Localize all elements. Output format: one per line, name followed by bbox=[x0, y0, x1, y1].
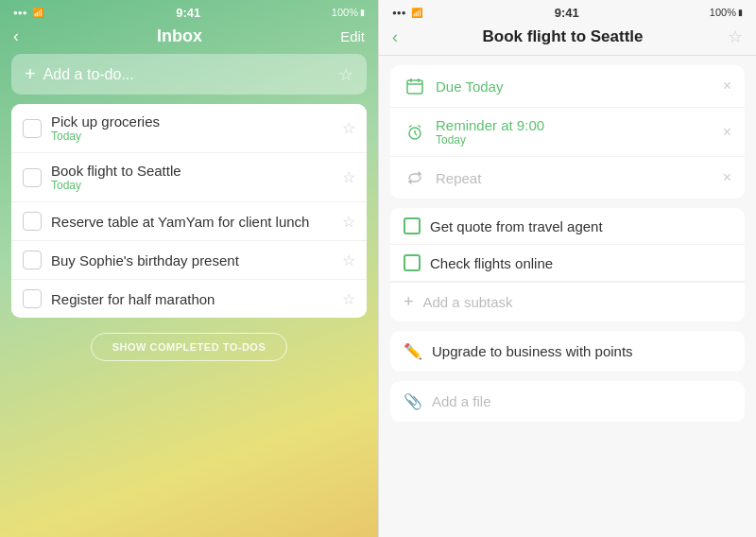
file-row[interactable]: 📎 Add a file bbox=[390, 381, 745, 422]
add-subtask-plus-icon: + bbox=[404, 292, 414, 312]
subtask-text-2: Check flights online bbox=[430, 255, 731, 271]
add-todo-placeholder: Add a to-do... bbox=[43, 66, 134, 83]
add-subtask-row[interactable]: + Add a subtask bbox=[390, 282, 745, 321]
left-panel: ●●● 📶 9:41 100% ▮ ‹ Inbox Edit + Add a t… bbox=[0, 0, 378, 537]
todo-content-4: Buy Sophie's birthday present bbox=[51, 252, 333, 268]
right-star-button[interactable]: ☆ bbox=[728, 26, 743, 47]
list-item[interactable]: Buy Sophie's birthday present ☆ bbox=[11, 241, 367, 280]
note-text: Upgrade to business with points bbox=[432, 343, 633, 359]
add-subtask-label: Add a subtask bbox=[423, 294, 513, 310]
subtasks-section: Get quote from travel agent Check flight… bbox=[390, 208, 745, 321]
left-title: Inbox bbox=[157, 26, 202, 46]
todo-star-2[interactable]: ☆ bbox=[342, 168, 355, 186]
right-battery: 100% ▮ bbox=[710, 7, 743, 18]
todo-content-5: Register for half marathon bbox=[51, 291, 333, 307]
svg-line-6 bbox=[415, 133, 417, 135]
todo-checkbox-5[interactable] bbox=[23, 289, 42, 308]
reminder-text: Reminder at 9:00 Today bbox=[436, 117, 713, 147]
pencil-icon: ✏️ bbox=[404, 342, 422, 360]
file-text: Add a file bbox=[432, 393, 491, 409]
right-wifi-icon: 📶 bbox=[411, 8, 422, 18]
note-row[interactable]: ✏️ Upgrade to business with points bbox=[390, 331, 745, 372]
reminder-row[interactable]: Reminder at 9:00 Today × bbox=[390, 108, 745, 157]
todo-title-3: Reserve table at YamYam for client lunch bbox=[51, 214, 333, 230]
todo-checkbox-3[interactable] bbox=[23, 212, 42, 231]
todo-star-5[interactable]: ☆ bbox=[342, 290, 355, 308]
todo-title-4: Buy Sophie's birthday present bbox=[51, 252, 333, 268]
subtask-checkbox-2[interactable] bbox=[404, 254, 421, 271]
todo-star-4[interactable]: ☆ bbox=[342, 251, 355, 269]
due-today-remove[interactable]: × bbox=[723, 78, 731, 95]
list-item[interactable]: Book flight to Seattle Today ☆ bbox=[11, 153, 367, 202]
add-todo-bar[interactable]: + Add a to-do... ☆ bbox=[11, 54, 367, 95]
todo-checkbox-4[interactable] bbox=[23, 251, 42, 269]
right-title: Book flight to Seattle bbox=[483, 27, 644, 46]
detail-section: Due Today × Reminder at 9:00 Today × bbox=[390, 65, 745, 199]
right-back-button[interactable]: ‹ bbox=[392, 27, 398, 47]
reminder-sub: Today bbox=[436, 133, 713, 147]
repeat-icon bbox=[404, 166, 426, 189]
todo-title-2: Book flight to Seattle bbox=[51, 163, 333, 179]
right-nav: ‹ Book flight to Seattle ☆ bbox=[379, 21, 756, 56]
calendar-icon bbox=[404, 75, 426, 97]
add-todo-plus-icon: + bbox=[25, 63, 36, 85]
todo-list: Pick up groceries Today ☆ Book flight to… bbox=[11, 104, 367, 318]
repeat-remove[interactable]: × bbox=[723, 169, 731, 186]
left-edit-button[interactable]: Edit bbox=[340, 28, 365, 44]
todo-title-5: Register for half marathon bbox=[51, 291, 333, 307]
left-back-button[interactable]: ‹ bbox=[13, 26, 19, 46]
right-signal: ●●● 📶 bbox=[392, 8, 424, 18]
due-today-label: Due Today bbox=[436, 78, 713, 95]
alarm-icon bbox=[404, 121, 426, 144]
right-panel: ●●● 📶 9:41 100% ▮ ‹ Book flight to Seatt… bbox=[378, 0, 756, 537]
add-todo-star-icon[interactable]: ☆ bbox=[338, 64, 353, 85]
left-nav: ‹ Inbox Edit bbox=[0, 21, 378, 54]
todo-checkbox-1[interactable] bbox=[23, 119, 42, 138]
note-section: ✏️ Upgrade to business with points bbox=[390, 331, 745, 372]
add-todo-left: + Add a to-do... bbox=[25, 63, 134, 85]
repeat-label: Repeat bbox=[436, 170, 713, 186]
show-completed-button[interactable]: SHOW COMPLETED TO-DOS bbox=[91, 333, 287, 361]
svg-rect-0 bbox=[407, 80, 422, 94]
todo-subtitle-2: Today bbox=[51, 179, 333, 192]
list-item[interactable]: Pick up groceries Today ☆ bbox=[11, 104, 367, 153]
todo-star-3[interactable]: ☆ bbox=[342, 213, 355, 231]
svg-line-8 bbox=[419, 125, 421, 127]
paperclip-icon: 📎 bbox=[404, 392, 422, 410]
subtask-row-2[interactable]: Check flights online bbox=[390, 245, 745, 282]
todo-subtitle-1: Today bbox=[51, 130, 333, 143]
reminder-label: Reminder at 9:00 bbox=[436, 117, 713, 133]
repeat-text: Repeat bbox=[436, 170, 713, 186]
todo-content-1: Pick up groceries Today bbox=[51, 113, 333, 143]
left-battery: 100% ▮ bbox=[332, 7, 365, 18]
todo-checkbox-2[interactable] bbox=[23, 168, 42, 187]
right-time: 9:41 bbox=[555, 6, 579, 20]
left-time: 9:41 bbox=[176, 6, 200, 20]
file-section: 📎 Add a file bbox=[390, 381, 745, 422]
repeat-row[interactable]: Repeat × bbox=[390, 157, 745, 199]
due-today-row[interactable]: Due Today × bbox=[390, 65, 745, 108]
todo-content-2: Book flight to Seattle Today bbox=[51, 163, 333, 192]
todo-content-3: Reserve table at YamYam for client lunch bbox=[51, 214, 333, 230]
signal-dots: ●●● 📶 bbox=[13, 8, 45, 18]
list-item[interactable]: Register for half marathon ☆ bbox=[11, 280, 367, 318]
svg-line-7 bbox=[409, 125, 412, 127]
list-item[interactable]: Reserve table at YamYam for client lunch… bbox=[11, 202, 367, 241]
todo-title-1: Pick up groceries bbox=[51, 113, 333, 130]
right-status-bar: ●●● 📶 9:41 100% ▮ bbox=[379, 0, 756, 21]
due-today-text: Due Today bbox=[436, 78, 713, 95]
todo-star-1[interactable]: ☆ bbox=[342, 119, 355, 137]
subtask-checkbox-1[interactable] bbox=[404, 217, 421, 234]
reminder-remove[interactable]: × bbox=[723, 124, 731, 141]
subtask-text-1: Get quote from travel agent bbox=[430, 218, 731, 234]
wifi-icon: 📶 bbox=[32, 8, 43, 18]
left-status-bar: ●●● 📶 9:41 100% ▮ bbox=[0, 0, 378, 21]
subtask-row-1[interactable]: Get quote from travel agent bbox=[390, 208, 745, 245]
